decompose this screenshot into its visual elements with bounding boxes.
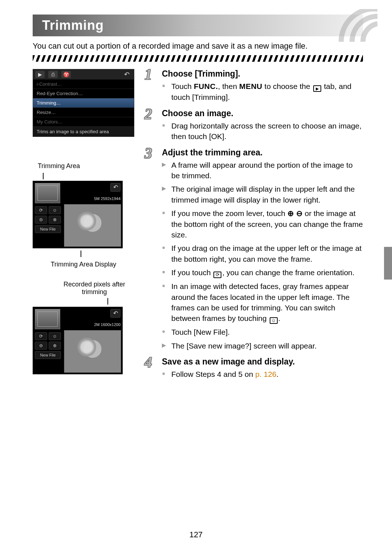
- zoom-in-icon: ⊕: [287, 209, 294, 217]
- menu-key: MENU: [239, 82, 262, 90]
- rotate-icon: ⟳: [35, 332, 47, 340]
- step-4: 4 Save as a new image and display. Follo…: [144, 357, 363, 379]
- new-file-button: New File: [35, 351, 61, 359]
- label-trimming-area: Trimming Area: [38, 162, 134, 170]
- main-photo: [64, 330, 121, 373]
- play-tab-icon: ▶: [35, 71, 45, 78]
- divider: [33, 55, 363, 62]
- step-heading: Save as a new image and display.: [162, 357, 363, 367]
- rotate-icon: ⟳: [35, 206, 47, 214]
- face-detect-icon: [270, 317, 278, 324]
- zoom-in-icon: ⊕: [49, 342, 61, 350]
- menu-tab-bar: ▶ ⎙ ♈ ↶: [33, 69, 134, 80]
- print-tab-icon: ⎙: [48, 71, 58, 78]
- label-recorded-px: Recorded pixels after trimming: [54, 281, 134, 296]
- resolution-text: 2M 1600x1200: [93, 322, 121, 327]
- back-icon: ↶: [122, 70, 132, 78]
- step-heading: Adjust the trimming area.: [162, 148, 363, 158]
- step-result: The [Save new image?] screen will appear…: [162, 341, 363, 351]
- step-bullet: Touch FUNC., then MENU to choose the tab…: [162, 81, 363, 103]
- play-tab-icon: [313, 85, 321, 92]
- step-number: 3: [144, 146, 152, 161]
- step-1: 1 Choose [Trimming]. Touch FUNC., then M…: [144, 69, 363, 103]
- step-3: 3 Adjust the trimming area. A frame will…: [144, 148, 363, 351]
- resolution-text: 5M 2592x1944: [93, 196, 121, 201]
- step-number: 2: [144, 106, 152, 122]
- zoom-out-icon: ⊖: [35, 342, 47, 350]
- step-heading: Choose an image.: [162, 109, 363, 118]
- step-bullet: Touch [New File].: [162, 327, 363, 337]
- menu-row-selected: Trimming…: [33, 98, 134, 108]
- page-content: Trimming You can cut out a portion of a …: [0, 0, 392, 400]
- menu-screenshot: ▶ ⎙ ♈ ↶ i-Contrast… Red-Eye Correction… …: [33, 69, 134, 137]
- menu-row: Red-Eye Correction…: [33, 89, 134, 98]
- step-bullet: If you touch , you can change the frame …: [162, 267, 363, 278]
- rotate-icon: [213, 272, 221, 278]
- page-number: 127: [0, 530, 392, 539]
- back-icon: ↶: [110, 183, 121, 192]
- menu-row: i-Contrast…: [33, 80, 134, 89]
- step-2: 2 Choose an image. Drag horizontally acr…: [144, 109, 363, 142]
- func-key: FUNC.: [194, 82, 218, 90]
- main-photo: [64, 204, 121, 247]
- thumbnail: [35, 309, 60, 329]
- step-bullet: Follow Steps 4 and 5 on p. 126.: [162, 369, 363, 379]
- two-column-layout: ▶ ⎙ ♈ ↶ i-Contrast… Red-Eye Correction… …: [33, 69, 363, 386]
- menu-rows: i-Contrast… Red-Eye Correction… Trimming…: [33, 80, 134, 127]
- step-number: 1: [144, 67, 152, 82]
- page-thumb-tab: [384, 247, 392, 280]
- tools-tab-icon: ♈: [61, 71, 71, 78]
- recorded-pixels-figure: Recorded pixels after trimming ↶ 2M 1600…: [33, 281, 134, 374]
- new-file-button: New File: [35, 225, 61, 233]
- zoom-out-icon: ⊖: [296, 209, 303, 217]
- intro-text: You can cut out a portion of a recorded …: [33, 41, 363, 52]
- step-result: A frame will appear around the portion o…: [162, 160, 363, 181]
- menu-hint: Trims an image to a specified area: [33, 127, 134, 137]
- face-icon: ☺: [49, 332, 61, 340]
- back-icon: ↶: [110, 309, 121, 318]
- pointer-line: [33, 172, 134, 179]
- section-header: Trimming: [33, 15, 363, 36]
- step-result: The original image will display in the u…: [162, 184, 363, 205]
- page-link[interactable]: p. 126: [255, 370, 276, 378]
- label-trimming-display: Trimming Area Display: [33, 261, 134, 268]
- left-column: ▶ ⎙ ♈ ↶ i-Contrast… Red-Eye Correction… …: [33, 69, 134, 386]
- pointer-line: [33, 250, 134, 258]
- photo-screenshot-2: ↶ 2M 1600x1200 ⟳ ☺ ⊖ ⊕ New File: [33, 307, 123, 374]
- step-number: 4: [144, 355, 152, 370]
- step-heading: Choose [Trimming].: [162, 69, 363, 79]
- trimming-area-figure: Trimming Area ↶ 5M 2592x1944 ⟳ ☺ ⊖ ⊕: [33, 162, 134, 268]
- menu-row: My Colors…: [33, 117, 134, 127]
- page-title: Trimming: [42, 18, 104, 33]
- step-bullet: If you drag on the image at the upper le…: [162, 243, 363, 264]
- zoom-in-icon: ⊕: [49, 216, 61, 224]
- step-bullet: Drag horizontally across the screen to c…: [162, 121, 363, 142]
- pointer-line: [33, 298, 134, 305]
- photo-screenshot-1: ↶ 5M 2592x1944 ⟳ ☺ ⊖ ⊕ New File: [33, 181, 123, 248]
- corner-decoration: [298, 9, 377, 42]
- side-controls: ⟳ ☺ ⊖ ⊕ New File: [35, 332, 61, 359]
- face-icon: ☺: [49, 206, 61, 214]
- step-bullet: If you move the zoom lever, touch ⊕ ⊖ or…: [162, 208, 363, 240]
- right-column: 1 Choose [Trimming]. Touch FUNC., then M…: [144, 69, 363, 386]
- menu-row: Resize…: [33, 108, 134, 117]
- side-controls: ⟳ ☺ ⊖ ⊕ New File: [35, 206, 61, 233]
- step-bullet: In an image with detected faces, gray fr…: [162, 281, 363, 324]
- zoom-out-icon: ⊖: [35, 216, 47, 224]
- thumbnail: [35, 183, 60, 203]
